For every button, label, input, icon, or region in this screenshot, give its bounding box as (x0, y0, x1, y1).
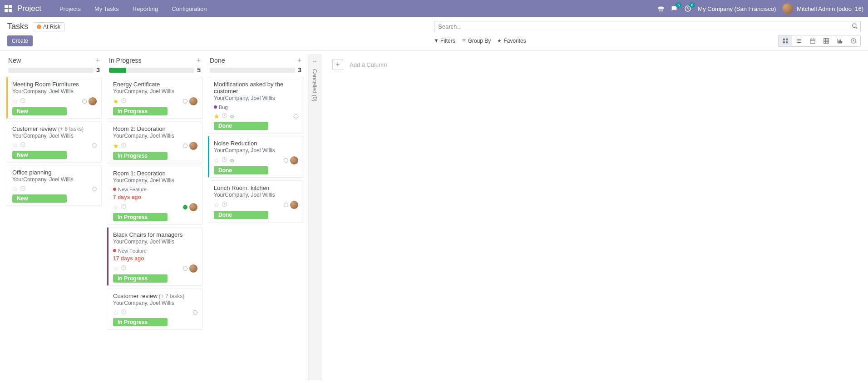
kanban-state-icon[interactable] (92, 187, 97, 191)
column-header[interactable]: Done+ (207, 55, 304, 65)
kanban-state-icon[interactable] (284, 158, 288, 163)
assignee-avatar-icon[interactable] (189, 142, 197, 150)
kanban-state-icon[interactable] (183, 266, 187, 271)
apps-icon[interactable] (5, 5, 12, 12)
activity-clock-icon[interactable] (222, 201, 227, 209)
activity-clock-icon[interactable] (121, 309, 127, 316)
priority-star-icon[interactable]: ☆ (214, 157, 220, 164)
kanban-state-icon[interactable] (82, 99, 87, 104)
priority-star-icon[interactable]: ★ (113, 98, 119, 105)
stage-pill[interactable]: In Progress (113, 274, 168, 283)
assignee-avatar-icon[interactable] (189, 264, 197, 273)
kanban-state-icon[interactable] (294, 114, 298, 119)
stage-pill[interactable]: In Progress (113, 107, 168, 115)
add-column-button[interactable]: + Add a Column (332, 59, 859, 70)
graph-view-button[interactable] (833, 35, 847, 46)
folded-column-cancelled[interactable]: ↔ Cancelled (0) (308, 55, 321, 380)
assignee-avatar-icon[interactable] (290, 156, 298, 164)
company-selector[interactable]: My Company (San Francisco) (698, 5, 776, 12)
nav-link-reporting[interactable]: Reporting (126, 1, 165, 17)
list-view-button[interactable] (792, 35, 806, 46)
priority-star-icon[interactable]: ★ (113, 142, 119, 149)
nav-link-projects[interactable]: Projects (53, 1, 88, 17)
user-menu[interactable]: Mitchell Admin (odoo_16) (782, 3, 863, 14)
stage-pill[interactable]: Done (214, 122, 268, 130)
stage-pill[interactable]: In Progress (113, 213, 168, 221)
kanban-view-button[interactable] (779, 35, 792, 46)
activities-icon[interactable]: 8 (684, 5, 691, 12)
card-tag[interactable]: Bug (214, 104, 228, 110)
column-header[interactable]: In Progress+ (106, 55, 203, 65)
priority-star-icon[interactable]: ☆ (12, 185, 18, 193)
column-plus-icon[interactable]: + (96, 56, 100, 65)
kanban-card[interactable]: Energy CertificateYourCompany, Joel Will… (107, 77, 202, 119)
priority-star-icon[interactable]: ☆ (214, 201, 220, 209)
calendar-view-button[interactable] (806, 35, 819, 46)
rating-smile-icon[interactable]: ☺ (229, 157, 235, 164)
kanban-state-icon[interactable] (193, 310, 197, 315)
kanban-state-icon[interactable] (284, 203, 288, 207)
nav-link-mytasks[interactable]: My Tasks (88, 1, 126, 17)
filters-button[interactable]: Filters (434, 35, 455, 47)
priority-star-icon[interactable]: ☆ (113, 265, 119, 272)
activity-clock-icon[interactable] (121, 204, 127, 211)
kanban-card[interactable]: Customer review (+ 6 tasks)YourCompany, … (6, 121, 102, 162)
activity-view-button[interactable] (847, 35, 860, 46)
activity-clock-icon[interactable] (20, 98, 26, 105)
kanban-state-icon[interactable] (183, 144, 187, 148)
column-plus-icon[interactable]: + (197, 56, 201, 65)
column-progress-bar[interactable] (109, 68, 194, 73)
column-progress-bar[interactable] (210, 68, 295, 73)
priority-star-icon[interactable]: ★ (214, 113, 220, 120)
stage-pill[interactable]: Done (214, 211, 268, 219)
stage-pill[interactable]: New (12, 151, 67, 159)
pivot-view-button[interactable] (819, 35, 833, 46)
stage-pill[interactable]: New (12, 194, 67, 203)
groupby-button[interactable]: Group By (462, 35, 491, 47)
kanban-state-icon[interactable] (183, 205, 187, 209)
kanban-card[interactable]: Noise ReductionYourCompany, Joel Willis☆… (208, 136, 303, 178)
kanban-card[interactable]: Meeting Room FurnituresYourCompany, Joel… (6, 77, 102, 119)
card-tag[interactable]: New Feature (113, 248, 147, 254)
card-tag[interactable]: New Feature (113, 187, 147, 192)
at-risk-button[interactable]: At Risk (33, 22, 64, 31)
kanban-card[interactable]: Room 2: DecorationYourCompany, Joel Will… (107, 121, 202, 163)
create-button[interactable]: Create (7, 35, 33, 46)
rating-smile-icon[interactable]: ☺ (229, 113, 235, 119)
kanban-card[interactable]: Modifications asked by the customerYourC… (208, 77, 303, 133)
activity-clock-icon[interactable] (20, 142, 26, 149)
messages-icon[interactable]: 5 (671, 5, 678, 12)
search-icon[interactable] (852, 23, 858, 30)
favorites-button[interactable]: Favorites (497, 35, 526, 47)
activity-clock-icon[interactable] (222, 113, 227, 120)
stage-pill[interactable]: New (12, 107, 67, 115)
assignee-avatar-icon[interactable] (189, 203, 197, 211)
kanban-card[interactable]: Office planningYourCompany, Joel Willis☆… (6, 165, 102, 206)
search-input[interactable] (434, 21, 861, 32)
kanban-card[interactable]: Lunch Room: kitchenYourCompany, Joel Wil… (208, 180, 303, 222)
stage-pill[interactable]: In Progress (113, 318, 168, 326)
assignee-avatar-icon[interactable] (290, 201, 298, 209)
activity-clock-icon[interactable] (20, 185, 26, 193)
activity-clock-icon[interactable] (121, 98, 127, 105)
assignee-avatar-icon[interactable] (89, 97, 97, 105)
kanban-card[interactable]: Customer review (+ 7 tasks)YourCompany, … (107, 288, 202, 329)
kanban-card[interactable]: Room 1: DecorationYourCompany, Joel Will… (107, 166, 202, 224)
priority-star-icon[interactable]: ☆ (12, 98, 18, 105)
activity-clock-icon[interactable] (121, 265, 127, 272)
priority-star-icon[interactable]: ☆ (113, 309, 119, 316)
stage-pill[interactable]: In Progress (113, 152, 168, 160)
kanban-state-icon[interactable] (183, 99, 187, 104)
priority-star-icon[interactable]: ☆ (12, 142, 18, 149)
column-plus-icon[interactable]: + (297, 56, 301, 65)
stage-pill[interactable]: Done (214, 166, 268, 174)
column-progress-bar[interactable] (8, 68, 94, 73)
kanban-state-icon[interactable] (92, 143, 97, 148)
gift-icon[interactable] (658, 5, 664, 12)
assignee-avatar-icon[interactable] (189, 97, 197, 105)
activity-clock-icon[interactable] (222, 157, 227, 164)
app-brand[interactable]: Project (17, 4, 41, 13)
nav-link-configuration[interactable]: Configuration (165, 1, 213, 17)
activity-clock-icon[interactable] (121, 142, 127, 149)
column-header[interactable]: New+ (5, 55, 103, 65)
